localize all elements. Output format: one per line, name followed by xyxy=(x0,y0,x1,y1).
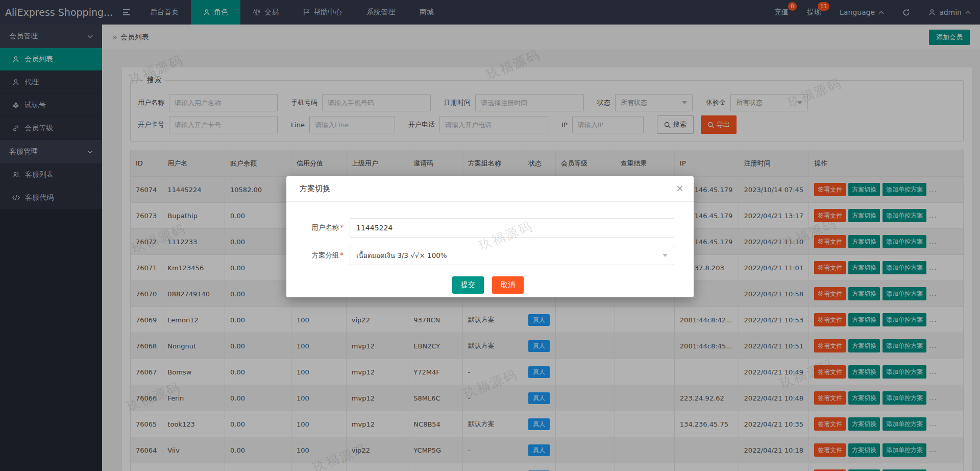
chevron-down-icon xyxy=(663,254,668,257)
modal-buttons: 提交 取消 xyxy=(302,276,674,294)
modal-body: 用户名称* 方案分组* เนื้อดยอดเงิน 3/3 √√× 100% 提… xyxy=(286,202,694,294)
username-field-row: 用户名称* xyxy=(302,218,674,238)
plan-group-field-row: 方案分组* เนื้อดยอดเงิน 3/3 √√× 100% xyxy=(302,246,674,265)
submit-button[interactable]: 提交 xyxy=(452,276,484,294)
plan-switch-modal: 方案切换 ✕ 用户名称* 方案分组* เนื้อดยอดเงิน 3/3 √√×… xyxy=(286,176,694,297)
required-asterisk: * xyxy=(340,223,344,231)
close-icon[interactable]: ✕ xyxy=(676,183,683,194)
modal-title: 方案切换 xyxy=(286,176,694,202)
required-asterisk: * xyxy=(340,251,344,259)
plan-group-select[interactable]: เนื้อดยอดเงิน 3/3 √√× 100% xyxy=(350,246,674,265)
cancel-button[interactable]: 取消 xyxy=(492,276,524,294)
modal-username-input[interactable] xyxy=(350,218,674,238)
